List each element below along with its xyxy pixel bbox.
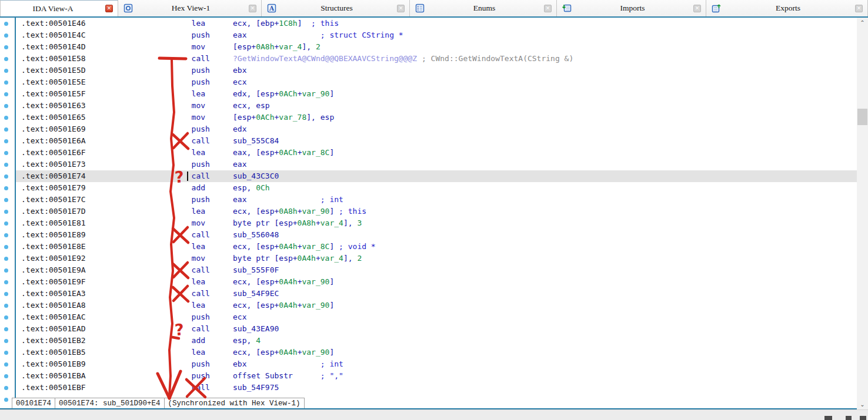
- asm-segment: lea eax, [esp+: [192, 148, 279, 157]
- asm-segment: 0A4h: [279, 348, 297, 357]
- line-marker-dot: [4, 186, 8, 190]
- asm-address: .text:00501EAD: [21, 324, 192, 333]
- asm-line[interactable]: .text:00501E4D mov [esp+0A8h+var_4], 2: [16, 41, 857, 53]
- asm-line[interactable]: .text:00501EAD call sub_43EA90: [16, 323, 857, 335]
- asm-line[interactable]: .text:00501E69 push edx: [16, 123, 857, 135]
- scroll-down-button[interactable]: ⌄: [857, 399, 868, 409]
- line-marker-dot: [4, 280, 8, 284]
- asm-line[interactable]: .text:00501E79 add esp, 0Ch: [16, 182, 857, 194]
- line-marker-dot: [4, 315, 8, 320]
- asm-address: .text:00501EAC: [21, 313, 192, 321]
- line-marker-dot: [4, 245, 8, 249]
- asm-line[interactable]: .text:00501E46 lea ecx, [ebp+1C8h] ; thi…: [16, 18, 857, 29]
- asm-segment: ], esp: [306, 113, 334, 122]
- asm-line[interactable]: .text:00501E58 call ?GetWindowTextA@CWnd…: [16, 53, 857, 65]
- asm-line[interactable]: .text:00501E92 mov byte ptr [esp+0A4h+va…: [16, 253, 857, 264]
- asm-segment: push ebx: [192, 66, 247, 75]
- asm-line[interactable]: .text:00501E9A call sub_555F0F: [16, 264, 857, 276]
- asm-address: .text:00501E5E: [21, 78, 192, 86]
- close-icon[interactable]: ✕: [249, 5, 256, 12]
- asm-segment: 0ACh: [279, 148, 297, 157]
- line-marker-dot: [4, 174, 8, 179]
- line-marker-dot: [4, 116, 8, 120]
- asm-segment: mov [esp+: [192, 42, 256, 51]
- tab-structures[interactable]: AStructures✕: [262, 0, 410, 16]
- close-icon[interactable]: ✕: [693, 5, 701, 12]
- asm-segment: 0A4h: [279, 242, 297, 251]
- asm-line[interactable]: .text:00501EB9 push ebx ; int: [16, 358, 857, 370]
- asm-address: .text:00501E5F: [21, 89, 192, 98]
- asm-line[interactable]: .text:00501EBF call sub_54F975: [16, 382, 857, 394]
- line-marker-dot: [4, 304, 8, 308]
- asm-line[interactable]: .text:00501EAC push ecx: [16, 311, 857, 323]
- tab-label: Structures: [276, 4, 397, 13]
- tab-hex-view-1[interactable]: Hex View-1✕: [118, 0, 262, 16]
- hexview-icon: [123, 4, 133, 13]
- line-marker-dot: [4, 221, 8, 226]
- asm-segment: 0ACh: [279, 89, 297, 98]
- disassembly-listing[interactable]: .text:00501E46 lea ecx, [ebp+1C8h] ; thi…: [16, 18, 857, 396]
- asm-segment: ]: [329, 277, 334, 286]
- asm-line[interactable]: .text:00501E81 mov byte ptr [esp+0A8h+va…: [16, 217, 857, 229]
- asm-line[interactable]: .text:00501E5F lea edx, [esp+0ACh+var_90…: [16, 88, 857, 100]
- asm-segment: call sub_54F975: [192, 383, 279, 392]
- tab-ida-view-a[interactable]: IDA View-A✕: [0, 0, 118, 16]
- asm-line[interactable]: .text:00501E63 mov ecx, esp: [16, 100, 857, 112]
- asm-segment: call sub_43C3C0: [192, 172, 279, 180]
- line-marker-dot: [4, 351, 8, 355]
- asm-line[interactable]: .text:00501EB2 add esp, 4: [16, 335, 857, 347]
- asm-address: .text:00501E4D: [21, 42, 192, 51]
- close-icon[interactable]: ✕: [544, 5, 552, 12]
- line-marker-dot: [4, 69, 8, 73]
- tab-imports[interactable]: Imports✕: [557, 0, 706, 16]
- asm-segment: var_90: [302, 348, 329, 357]
- scrollbar-thumb[interactable]: [857, 109, 867, 125]
- asm-line[interactable]: .text:00501E5D push ebx: [16, 65, 857, 76]
- asm-address: .text:00501E5D: [21, 66, 192, 75]
- tab-exports[interactable]: Exports✕: [706, 0, 868, 16]
- asm-segment: [247, 359, 321, 368]
- asm-address: .text:00501E46: [21, 19, 192, 28]
- line-marker-dot: [4, 92, 8, 96]
- asm-line[interactable]: .text:00501EA3 call sub_54F9EC: [16, 288, 857, 300]
- asm-address: .text:00501E69: [21, 125, 192, 133]
- asm-line[interactable]: .text:00501E6A call sub_555C84: [16, 135, 857, 147]
- tab-enums[interactable]: Enums✕: [410, 0, 557, 16]
- asm-segment: ],: [343, 219, 357, 227]
- asm-line[interactable]: .text:00501EB5 lea ecx, [esp+0A4h+var_90…: [16, 347, 857, 358]
- asm-segment: lea ecx, [esp+: [192, 277, 279, 286]
- vertical-scrollbar[interactable]: ⌃ ⌄: [857, 18, 868, 409]
- structures-icon: A: [267, 4, 276, 13]
- asm-segment: call sub_54F9EC: [192, 289, 279, 298]
- asm-line[interactable]: .text:00501EA8 lea ecx, [esp+0A4h+var_90…: [16, 300, 857, 311]
- asm-segment: 0ACh: [256, 113, 274, 122]
- asm-segment: mov byte ptr [esp+: [192, 219, 298, 227]
- asm-line[interactable]: .text:00501E8E lea ecx, [esp+0A4h+var_8C…: [16, 241, 857, 253]
- asm-line[interactable]: .text:00501EBA push offset Substr ; ",": [16, 370, 857, 382]
- scroll-up-button[interactable]: ⌃: [857, 18, 868, 28]
- asm-line[interactable]: .text:00501E9F lea ecx, [esp+0A4h+var_90…: [16, 276, 857, 288]
- line-marker-dot: [4, 339, 8, 343]
- asm-segment: lea ecx, [esp+: [192, 301, 279, 310]
- asm-line[interactable]: .text:00501E6F lea eax, [esp+0ACh+var_8C…: [16, 147, 857, 159]
- asm-segment: 0A8h: [298, 219, 316, 227]
- asm-line[interactable]: .text:00501E7D lea ecx, [esp+0A8h+var_90…: [16, 206, 857, 217]
- asm-segment: mov [esp+: [192, 113, 256, 122]
- asm-segment: lea ecx, [esp+: [192, 348, 279, 357]
- asm-line[interactable]: .text:00501E4C push eax ; struct CString…: [16, 29, 857, 41]
- asm-line[interactable]: .text:00501E89 call sub_556048: [16, 229, 857, 241]
- asm-line[interactable]: .text:00501E5E push ecx: [16, 76, 857, 88]
- taskbar-icon: [824, 416, 832, 420]
- asm-segment: push edx: [192, 125, 247, 133]
- line-marker-dot: [4, 374, 8, 378]
- close-icon[interactable]: ✕: [397, 5, 405, 12]
- asm-line[interactable]: .text:00501E7C push eax ; int: [16, 194, 857, 206]
- close-icon[interactable]: ✕: [105, 5, 113, 12]
- line-marker-dot: [4, 398, 8, 402]
- close-icon[interactable]: ✕: [855, 5, 863, 12]
- asm-line[interactable]: .text:00501E74 call sub_43C3C0: [16, 170, 857, 182]
- asm-line[interactable]: .text:00501E65 mov [esp+0ACh+var_78], es…: [16, 112, 857, 123]
- asm-line[interactable]: .text:00501E73 push eax: [16, 159, 857, 170]
- status-location: 00501E74: sub_501D90+E4: [55, 398, 164, 409]
- asm-address: .text:00501E9A: [21, 266, 192, 274]
